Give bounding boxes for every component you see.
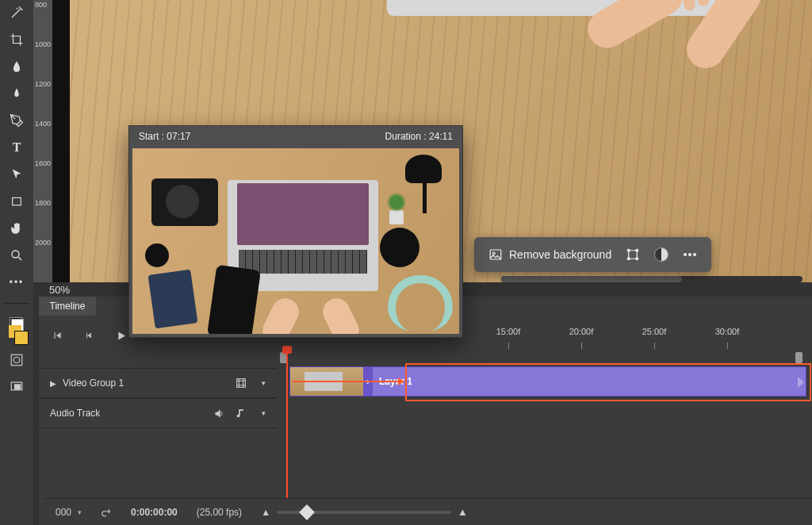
ruler-mark: 1600 (35, 159, 51, 167)
scrollbar-thumb[interactable] (501, 276, 682, 282)
svg-point-1 (12, 251, 19, 258)
time-tick: 30:00f (715, 327, 740, 336)
annotation-arrow (293, 381, 404, 382)
time-tick: 15:00f (496, 327, 521, 336)
prop-fingers (593, 0, 680, 11)
prev-frame-button[interactable] (80, 327, 98, 344)
ruler-mark: 800 (35, 1, 47, 9)
path-select-tool-icon[interactable] (7, 165, 26, 184)
pen-tool-icon[interactable] (7, 111, 26, 130)
frame-counter-value: 000 (56, 507, 71, 518)
left-toolbar: T ••• (0, 0, 33, 525)
svg-rect-5 (14, 384, 21, 389)
svg-point-8 (627, 249, 630, 251)
quickmask-icon[interactable] (7, 351, 26, 370)
remove-background-button[interactable]: Remove background (488, 247, 611, 262)
time-tick: 25:00f (642, 327, 667, 336)
brush-tool-icon[interactable] (7, 84, 26, 103)
ruler-mark: 1400 (35, 120, 51, 128)
ruler-mark: 1200 (35, 80, 51, 88)
timecode-display[interactable]: 0:00:00:00 (131, 507, 178, 518)
preview-header: Start : 07:17 Duration : 24:11 (129, 126, 462, 147)
svg-rect-2 (11, 354, 22, 366)
clips-lane[interactable]: › Layer 1 (280, 346, 809, 498)
playhead[interactable] (286, 349, 288, 498)
track-name: Video Group 1 (63, 377, 124, 389)
remove-background-label: Remove background (509, 248, 611, 261)
prop-fingers (680, 0, 768, 22)
ellipsis-icon (683, 247, 697, 262)
time-tick: 20:00f (569, 327, 594, 336)
image-icon (488, 247, 503, 262)
more-actions-button[interactable] (683, 247, 697, 262)
track-name: Audio Track (50, 408, 100, 419)
timeline-zoom-slider[interactable]: ▲ ▲ (261, 506, 468, 518)
hand-tool-icon[interactable] (7, 219, 26, 238)
transport-controls (48, 327, 129, 344)
track-header-audio[interactable]: Audio Track ▾ (39, 398, 277, 428)
frame-counter[interactable]: 000 ▾ (56, 507, 82, 518)
redo-icon[interactable] (101, 507, 112, 518)
music-note-icon[interactable] (234, 406, 248, 420)
work-area-end-handle[interactable] (795, 352, 802, 363)
color-swatch-icon[interactable] (7, 324, 26, 343)
zoom-out-icon[interactable]: ▲ (261, 507, 270, 518)
type-tool-icon[interactable]: T (7, 138, 26, 157)
zoom-tool-icon[interactable] (7, 246, 26, 265)
timecode-value: 0:00:00:00 (131, 507, 178, 518)
filmstrip-icon[interactable] (234, 376, 248, 390)
svg-rect-12 (237, 379, 246, 388)
toolbar-divider (4, 303, 29, 304)
timeline-tab[interactable]: Timeline (39, 297, 96, 316)
ruler-mark: 2000 (35, 239, 51, 247)
adjust-button[interactable] (654, 247, 668, 262)
go-to-start-button[interactable] (48, 327, 66, 344)
transform-button[interactable] (626, 247, 640, 262)
chevron-down-icon[interactable]: ▾ (256, 406, 270, 420)
eyedropper-tool-icon[interactable] (7, 57, 26, 76)
timeline-footer: 000 ▾ 0:00:00:00 (25,00 fps) ▲ ▲ (44, 498, 812, 525)
svg-point-10 (627, 258, 630, 260)
contextual-action-bar: Remove background (474, 237, 711, 272)
vertical-ruler: 800 1000 1200 1400 1600 1800 2000 (33, 0, 52, 282)
more-tools-icon[interactable]: ••• (7, 273, 26, 292)
chevron-down-icon[interactable]: ▾ (256, 376, 270, 390)
lower-sidebar (0, 324, 33, 397)
preview-duration-label: Duration : 24:11 (385, 131, 453, 142)
rectangle-tool-icon[interactable] (7, 192, 26, 211)
crop-tool-icon[interactable] (7, 30, 26, 49)
half-circle-icon (654, 247, 668, 262)
clip-end-icon (798, 377, 804, 388)
svg-rect-0 (13, 197, 21, 205)
clip-preview-popup: Start : 07:17 Duration : 24:11 (128, 125, 463, 338)
zoom-in-icon[interactable]: ▲ (458, 506, 468, 518)
chevron-right-icon[interactable]: ▶ (50, 379, 56, 388)
svg-point-9 (636, 249, 638, 251)
ruler-mark: 1800 (35, 199, 51, 207)
preview-start-label: Start : 07:17 (139, 131, 190, 142)
chevron-down-icon: ▾ (78, 508, 82, 516)
wand-tool-icon[interactable] (7, 3, 26, 22)
svg-point-3 (13, 357, 20, 363)
play-button[interactable] (112, 327, 129, 344)
transform-icon (626, 247, 640, 262)
ruler-mark: 1000 (35, 40, 51, 48)
speaker-icon[interactable] (212, 406, 226, 420)
fps-display[interactable]: (25,00 fps) (197, 507, 242, 518)
zoom-level-label[interactable]: 50% (49, 284, 70, 296)
slider-thumb[interactable] (299, 504, 315, 520)
svg-point-7 (492, 252, 495, 255)
screenmode-icon[interactable] (7, 377, 26, 397)
preview-thumbnail (132, 148, 459, 334)
canvas-horizontal-scrollbar[interactable] (501, 276, 802, 282)
svg-point-11 (636, 258, 638, 260)
track-header-video-group[interactable]: ▶ Video Group 1 ▾ (39, 368, 277, 398)
